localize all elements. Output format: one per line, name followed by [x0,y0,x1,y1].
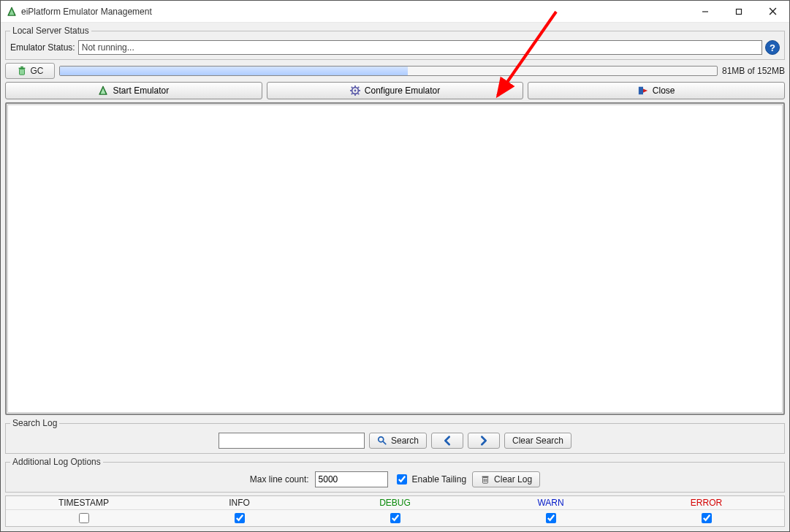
col-debug: DEBUG [317,496,473,509]
error-checkbox[interactable] [702,513,712,523]
svg-line-20 [352,94,353,95]
main-button-row: Start Emulator Configure Emulator Close [5,82,785,99]
app-window: eiPlatform Emulator Management Local Ser… [0,0,790,532]
trash-icon [17,66,27,76]
clear-search-button[interactable]: Clear Search [504,433,571,449]
svg-point-23 [379,437,384,442]
svg-marker-22 [643,88,647,92]
help-button[interactable]: ? [765,40,780,55]
start-emulator-label: Start Emulator [113,86,169,96]
emulator-status-field [78,40,762,55]
enable-tailing-input[interactable] [397,474,407,484]
close-button[interactable]: Close [528,82,785,99]
close-label: Close [653,86,675,96]
configure-emulator-button[interactable]: Configure Emulator [267,82,524,99]
log-output-area[interactable] [7,104,783,413]
timestamp-checkbox[interactable] [79,513,89,523]
window-title: eiPlatform Emulator Management [21,7,152,17]
clear-log-label: Clear Log [494,474,532,484]
status-legend: Local Server Status [10,26,91,36]
play-icon [98,86,108,96]
log-level-checkbox-row [6,510,784,526]
memory-text: 81MB of 152MB [722,66,785,76]
svg-line-19 [357,87,359,88]
search-next-button[interactable] [468,433,500,449]
close-window-button[interactable] [756,1,789,22]
svg-rect-7 [18,68,25,69]
search-button-label: Search [391,436,419,446]
gc-button[interactable]: GC [5,63,55,79]
additional-log-options-legend: Additional Log Options [10,457,103,467]
svg-rect-26 [482,476,489,478]
search-button[interactable]: Search [369,433,427,449]
chevron-right-icon [479,436,489,446]
log-level-header-row: TIMESTAMP INFO DEBUG WARN ERROR [6,496,784,510]
log-area-container [5,102,785,415]
minimize-button[interactable] [688,1,722,22]
search-icon [377,436,387,446]
exit-icon [638,86,648,96]
svg-point-12 [354,90,356,92]
search-log-legend: Search Log [10,418,59,428]
trash-icon [480,474,490,484]
col-warn: WARN [473,496,628,509]
enable-tailing-checkbox[interactable]: Enable Tailing [394,472,467,487]
search-input[interactable] [219,433,365,449]
clear-log-button[interactable]: Clear Log [472,471,540,487]
col-info: INFO [162,496,317,509]
svg-rect-21 [639,87,643,95]
search-prev-button[interactable] [431,433,463,449]
gear-icon [350,86,360,96]
enable-tailing-label: Enable Tailing [412,474,467,484]
chevron-left-icon [442,436,452,446]
local-server-status-group: Local Server Status Emulator Status: ? [5,26,785,60]
client-area: Local Server Status Emulator Status: ? G… [1,23,789,531]
max-line-count-input[interactable] [315,471,388,487]
additional-log-options-group: Additional Log Options Max line count: E… [5,457,785,493]
debug-checkbox[interactable] [390,513,400,523]
memory-progress-fill [60,66,408,75]
window-controls [688,1,789,22]
emulator-status-label: Emulator Status: [10,42,75,53]
clear-search-label: Clear Search [512,436,563,446]
log-level-table: TIMESTAMP INFO DEBUG WARN ERROR [5,495,785,527]
svg-rect-6 [19,69,24,75]
configure-emulator-label: Configure Emulator [365,86,440,96]
info-checkbox[interactable] [235,513,245,523]
max-line-count-label: Max line count: [250,474,309,484]
svg-line-18 [357,94,359,95]
memory-progress-bar [59,66,718,76]
svg-line-17 [352,87,353,88]
help-icon: ? [770,42,775,53]
title-bar: eiPlatform Emulator Management [1,1,789,23]
maximize-button[interactable] [722,1,756,22]
svg-rect-8 [20,66,23,68]
gc-label: GC [31,66,44,76]
col-timestamp: TIMESTAMP [6,496,162,509]
memory-row: GC 81MB of 152MB [5,63,785,79]
start-emulator-button[interactable]: Start Emulator [5,82,262,99]
search-log-group: Search Log Search [5,418,785,454]
app-icon [7,7,17,17]
svg-line-24 [383,441,386,444]
col-error: ERROR [628,496,784,509]
warn-checkbox[interactable] [546,513,556,523]
svg-rect-3 [737,9,742,14]
